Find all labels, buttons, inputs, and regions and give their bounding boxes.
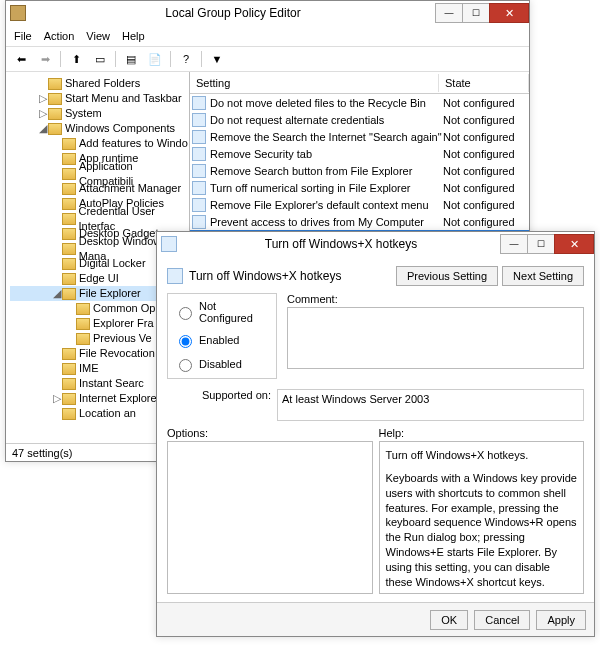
dialog-minimize-button[interactable] [500, 234, 528, 254]
tree-node[interactable]: Attachment Manager [10, 181, 189, 196]
setting-icon [192, 147, 206, 161]
setting-name: Remove the Search the Internet "Search a… [210, 131, 443, 143]
tree-label: File Explorer [79, 286, 141, 301]
folder-icon [48, 78, 62, 90]
supported-value: At least Windows Server 2003 [277, 389, 584, 421]
help-label: Help: [379, 427, 585, 439]
folder-icon [48, 123, 62, 135]
folder-icon [62, 378, 76, 390]
comment-label: Comment: [287, 293, 584, 305]
dialog-maximize-button[interactable] [527, 234, 555, 254]
folder-icon [62, 183, 76, 195]
supported-label: Supported on: [167, 389, 277, 401]
tree-node[interactable]: Shared Folders [10, 76, 189, 91]
tree-node[interactable]: Add features to Windo [10, 136, 189, 151]
col-setting[interactable]: Setting [190, 74, 439, 92]
minimize-button[interactable] [435, 3, 463, 23]
radio-disabled[interactable]: Disabled [174, 356, 270, 372]
tree-label: Previous Ve [93, 331, 152, 346]
export-button[interactable]: 📄 [144, 49, 166, 69]
folder-icon [62, 288, 76, 300]
setting-state: Not configured [443, 216, 527, 228]
folder-icon [62, 273, 76, 285]
toolbar: ⬅ ➡ ⬆ ▭ ▤ 📄 ? ▼ [6, 46, 529, 72]
dialog-buttons: OK Cancel Apply [157, 602, 594, 636]
forward-button[interactable]: ➡ [34, 49, 56, 69]
maximize-button[interactable] [462, 3, 490, 23]
radio-not-configured[interactable]: Not Configured [174, 300, 270, 324]
ok-button[interactable]: OK [430, 610, 468, 630]
tree-node[interactable]: Credential User Interfac [10, 211, 189, 226]
setting-icon [192, 181, 206, 195]
setting-row[interactable]: Do not request alternate credentialsNot … [190, 111, 529, 128]
setting-icon [192, 198, 206, 212]
folder-icon [76, 303, 90, 315]
setting-heading: Turn off Windows+X hotkeys [189, 269, 341, 283]
tree-node[interactable]: ▷System [10, 106, 189, 121]
tree-node[interactable]: ▷Start Menu and Taskbar [10, 91, 189, 106]
back-button[interactable]: ⬅ [10, 49, 32, 69]
setting-icon [192, 113, 206, 127]
setting-name: Remove Security tab [210, 148, 443, 160]
cancel-button[interactable]: Cancel [474, 610, 530, 630]
menu-help[interactable]: Help [122, 30, 145, 42]
filter-button[interactable]: ▼ [206, 49, 228, 69]
setting-row[interactable]: Remove the Search the Internet "Search a… [190, 128, 529, 145]
menubar: File Action View Help [6, 26, 529, 46]
menu-view[interactable]: View [86, 30, 110, 42]
tree-node[interactable]: ◢Windows Components [10, 121, 189, 136]
options-label: Options: [167, 427, 373, 439]
tree-label: Location an [79, 406, 136, 421]
status-text: 47 setting(s) [12, 447, 73, 459]
close-button[interactable] [489, 3, 529, 23]
properties-button[interactable]: ▤ [120, 49, 142, 69]
setting-state: Not configured [443, 148, 527, 160]
dialog-title: Turn off Windows+X hotkeys [181, 237, 501, 251]
menu-action[interactable]: Action [44, 30, 75, 42]
folder-icon [62, 348, 76, 360]
folder-icon [62, 258, 76, 270]
up-button[interactable]: ⬆ [65, 49, 87, 69]
setting-row[interactable]: Do not move deleted files to the Recycle… [190, 94, 529, 111]
folder-icon [62, 363, 76, 375]
setting-row[interactable]: Remove File Explorer's default context m… [190, 196, 529, 213]
next-setting-button[interactable]: Next Setting [502, 266, 584, 286]
col-state[interactable]: State [439, 74, 529, 92]
setting-state: Not configured [443, 165, 527, 177]
setting-name: Do not request alternate credentials [210, 114, 443, 126]
setting-state: Not configured [443, 131, 527, 143]
help-panel[interactable]: Turn off Windows+X hotkeys.Keyboards wit… [379, 441, 585, 594]
show-hide-tree-button[interactable]: ▭ [89, 49, 111, 69]
setting-row[interactable]: Prevent access to drives from My Compute… [190, 213, 529, 230]
app-icon [10, 5, 26, 21]
tree-label: IME [79, 361, 99, 376]
tree-node[interactable]: Application Compatibili [10, 166, 189, 181]
setting-name: Turn off numerical sorting in File Explo… [210, 182, 443, 194]
setting-name: Do not move deleted files to the Recycle… [210, 97, 443, 109]
dialog-titlebar[interactable]: Turn off Windows+X hotkeys [157, 232, 594, 257]
setting-state: Not configured [443, 97, 527, 109]
folder-icon [62, 138, 76, 150]
setting-name: Remove File Explorer's default context m… [210, 199, 443, 211]
tree-label: System [65, 106, 102, 121]
setting-row[interactable]: Remove Search button from File ExplorerN… [190, 162, 529, 179]
folder-icon [62, 243, 76, 255]
help-button[interactable]: ? [175, 49, 197, 69]
radio-enabled[interactable]: Enabled [174, 332, 270, 348]
tree-label: Explorer Fra [93, 316, 154, 331]
tree-label: Shared Folders [65, 76, 140, 91]
setting-row[interactable]: Remove Security tabNot configured [190, 145, 529, 162]
dialog-close-button[interactable] [554, 234, 594, 254]
setting-state: Not configured [443, 199, 527, 211]
apply-button[interactable]: Apply [536, 610, 586, 630]
titlebar[interactable]: Local Group Policy Editor [6, 1, 529, 26]
folder-icon [62, 408, 76, 420]
tree-label: Common Op [93, 301, 155, 316]
menu-file[interactable]: File [14, 30, 32, 42]
list-header[interactable]: Setting State [190, 72, 529, 94]
comment-input[interactable] [287, 307, 584, 369]
folder-icon [62, 198, 76, 210]
tree-label: Start Menu and Taskbar [65, 91, 182, 106]
setting-row[interactable]: Turn off numerical sorting in File Explo… [190, 179, 529, 196]
previous-setting-button[interactable]: Previous Setting [396, 266, 498, 286]
